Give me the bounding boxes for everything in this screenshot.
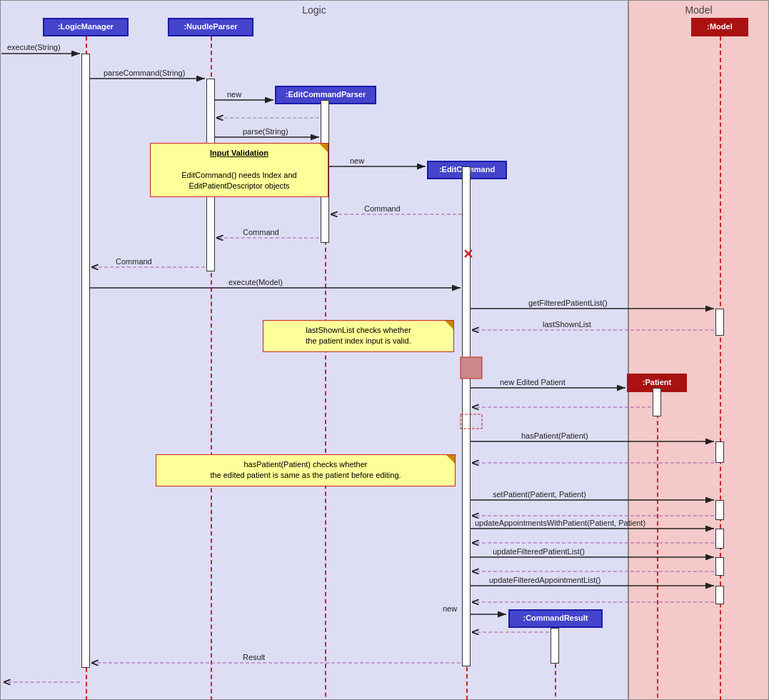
lifeline-patient (657, 392, 658, 700)
lifeline-box-logicmanager: :LogicManager (43, 18, 129, 36)
note-lastshownlist: lastShownList checks whetherthe patient … (263, 320, 454, 352)
note-input-validation-title: Input Validation (210, 149, 268, 157)
activation-model-4 (715, 529, 724, 549)
lifeline-box-nuudleparser: :NuudleParser (168, 18, 253, 36)
activation-model-1 (715, 309, 724, 336)
lifeline-box-commandresult: :CommandResult (508, 609, 603, 628)
activation-commandresult (551, 628, 559, 664)
activation-model-2 (715, 441, 724, 463)
note-haspatient-text: hasPatient(Patient) checks whetherthe ed… (210, 460, 401, 479)
note-input-validation: Input Validation EditCommand() needs Ind… (150, 143, 328, 197)
note-input-validation-body: EditCommand() needs Index andEditPatient… (181, 171, 296, 190)
model-region: Model (628, 0, 769, 700)
model-label: Model (629, 4, 768, 16)
logic-label: Logic (1, 4, 628, 16)
activation-model-5 (715, 557, 724, 576)
activation-model-6 (715, 586, 724, 604)
activation-model-3 (715, 500, 724, 520)
x-mark-editcommand: ✕ (463, 246, 473, 262)
note-lastshownlist-text: lastShownList checks whetherthe patient … (306, 326, 411, 345)
lifeline-box-model: :Model (691, 18, 748, 36)
note-haspatient: hasPatient(Patient) checks whetherthe ed… (156, 454, 456, 486)
activation-editcommand (462, 166, 471, 666)
activation-patient (653, 388, 661, 416)
sequence-diagram: Logic Model :LogicManager :NuudleParser … (0, 0, 769, 700)
activation-logicmanager (81, 54, 90, 668)
